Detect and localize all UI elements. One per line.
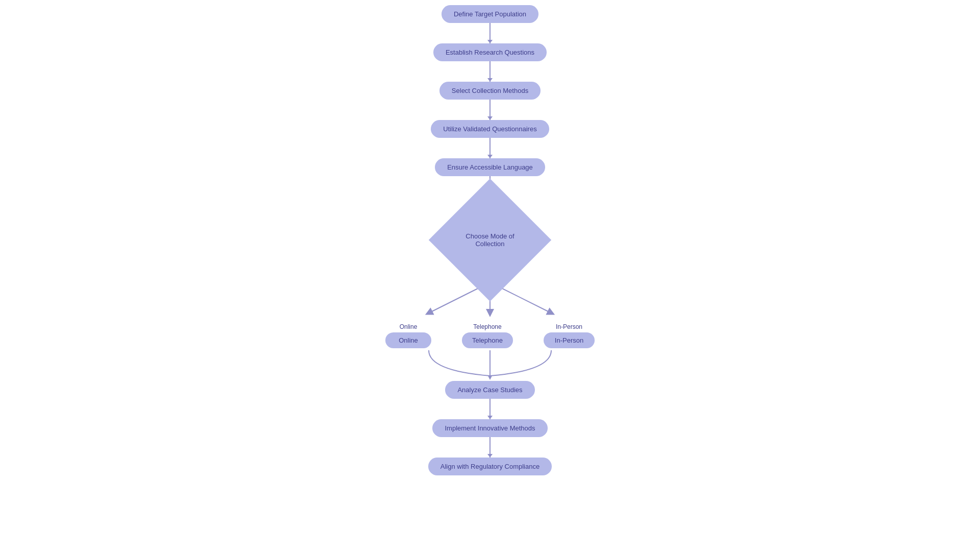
arrow-6 [489, 399, 491, 419]
svg-marker-4 [488, 376, 492, 380]
online-node: Online [385, 332, 431, 348]
branch-inperson-label: In-Person [556, 323, 582, 330]
diamond-choose-mode-text: Choose Mode of Collection [457, 232, 523, 248]
diamond-choose-mode-wrapper: Choose Mode of Collection [447, 197, 533, 283]
branches-row: Online Online Telephone Telephone In-Per… [370, 323, 610, 348]
utilize-questionnaires-pill: Utilize Validated Questionnaires [431, 120, 549, 138]
define-target-pill: Define Target Population [442, 5, 538, 23]
arrow-2 [489, 61, 491, 82]
arrow-1 [489, 23, 491, 43]
node-define-target: Define Target Population [442, 5, 538, 43]
arrow-7 [489, 437, 491, 458]
branch-inperson: In-Person In-Person [544, 323, 595, 348]
analyze-case-pill: Analyze Case Studies [445, 381, 534, 399]
inperson-node: In-Person [544, 332, 595, 348]
node-align-regulatory: Align with Regulatory Compliance [428, 458, 552, 475]
align-regulatory-pill: Align with Regulatory Compliance [428, 458, 552, 475]
arrow-4 [489, 138, 491, 158]
implement-innovative-pill: Implement Innovative Methods [432, 419, 547, 437]
telephone-node: Telephone [462, 332, 513, 348]
flowchart-container: Define Target Population Establish Resea… [0, 0, 980, 475]
branch-telephone-label: Telephone [473, 323, 501, 330]
node-implement-innovative: Implement Innovative Methods [432, 419, 547, 458]
merge-lines-svg [388, 350, 592, 381]
node-analyze-case: Analyze Case Studies [445, 381, 534, 419]
ensure-language-pill: Ensure Accessible Language [435, 158, 545, 176]
select-collection-pill: Select Collection Methods [439, 82, 541, 100]
branch-online-label: Online [400, 323, 418, 330]
branch-telephone: Telephone Telephone [462, 323, 513, 348]
node-utilize-questionnaires: Utilize Validated Questionnaires [431, 120, 549, 158]
node-select-collection: Select Collection Methods [439, 82, 541, 120]
establish-research-pill: Establish Research Questions [433, 43, 547, 61]
arrow-3 [489, 100, 491, 120]
branch-online: Online Online [385, 323, 431, 348]
node-establish-research: Establish Research Questions [433, 43, 547, 82]
